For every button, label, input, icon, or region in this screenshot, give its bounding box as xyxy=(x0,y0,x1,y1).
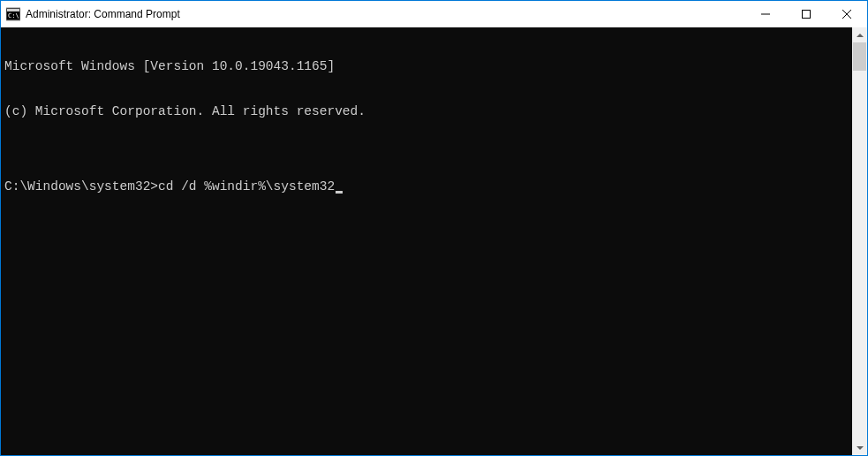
close-button[interactable] xyxy=(826,1,867,27)
maximize-icon xyxy=(802,10,811,19)
close-icon xyxy=(842,10,851,19)
console-prompt: C:\Windows\system32> xyxy=(4,179,158,194)
command-prompt-window: C:\ Administrator: Command Prompt xyxy=(1,1,867,455)
console-command: cd /d %windir%\system32 xyxy=(158,179,335,194)
svg-text:C:\: C:\ xyxy=(8,12,19,19)
minimize-button[interactable] xyxy=(745,1,786,27)
scroll-track[interactable] xyxy=(852,42,867,440)
console-line-copyright: (c) Microsoft Corporation. All rights re… xyxy=(4,104,849,119)
chevron-up-icon xyxy=(857,34,864,37)
console-prompt-line: C:\Windows\system32>cd /d %windir%\syste… xyxy=(4,179,849,194)
scroll-thumb[interactable] xyxy=(853,42,866,71)
window-title: Administrator: Command Prompt xyxy=(26,8,180,20)
chevron-down-icon xyxy=(857,446,864,450)
console-content[interactable]: Microsoft Windows [Version 10.0.19043.11… xyxy=(1,27,852,455)
maximize-button[interactable] xyxy=(786,1,826,27)
vertical-scrollbar[interactable] xyxy=(852,27,867,455)
minimize-icon xyxy=(761,10,770,19)
titlebar[interactable]: C:\ Administrator: Command Prompt xyxy=(1,1,867,27)
text-cursor xyxy=(336,191,343,194)
console-line-version: Microsoft Windows [Version 10.0.19043.11… xyxy=(4,59,849,74)
cmd-icon: C:\ xyxy=(6,7,20,21)
scroll-up-button[interactable] xyxy=(852,27,867,42)
svg-marker-8 xyxy=(857,446,864,450)
console-area: Microsoft Windows [Version 10.0.19043.11… xyxy=(1,27,867,455)
titlebar-controls xyxy=(745,1,867,27)
titlebar-left: C:\ Administrator: Command Prompt xyxy=(6,7,180,21)
svg-rect-4 xyxy=(803,11,811,19)
scroll-down-button[interactable] xyxy=(852,440,867,455)
svg-rect-1 xyxy=(7,9,19,11)
svg-marker-7 xyxy=(857,34,864,37)
